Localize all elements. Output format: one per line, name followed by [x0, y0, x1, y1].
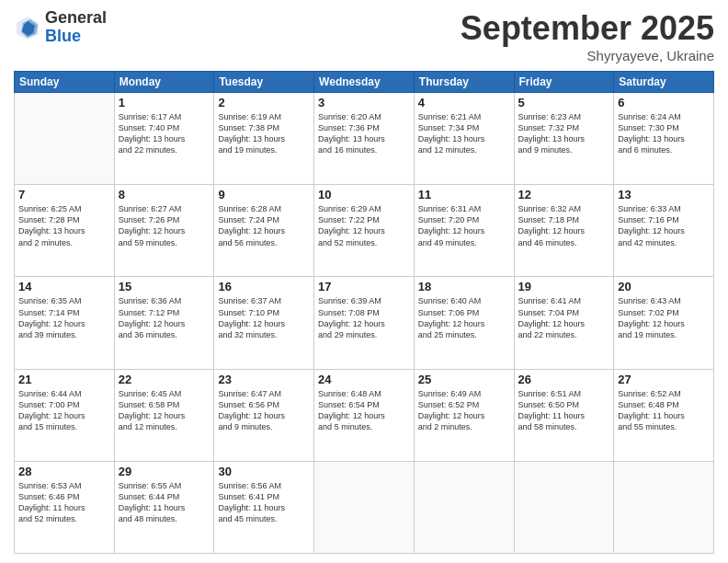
title-block: September 2025 Shyryayeve, Ukraine — [461, 9, 714, 63]
table-row: 3Sunrise: 6:20 AM Sunset: 7:36 PM Daylig… — [314, 93, 415, 185]
table-row: 8Sunrise: 6:27 AM Sunset: 7:26 PM Daylig… — [114, 185, 214, 277]
table-row: 4Sunrise: 6:21 AM Sunset: 7:34 PM Daylig… — [414, 93, 514, 185]
day-number: 17 — [318, 280, 410, 293]
table-row: 12Sunrise: 6:32 AM Sunset: 7:18 PM Dayli… — [514, 185, 614, 277]
day-info: Sunrise: 6:19 AM Sunset: 7:38 PM Dayligh… — [218, 111, 310, 156]
day-number: 9 — [218, 188, 310, 201]
month-title: September 2025 — [461, 9, 714, 48]
table-row: 1Sunrise: 6:17 AM Sunset: 7:40 PM Daylig… — [114, 93, 214, 185]
logo-icon — [14, 14, 41, 41]
table-row — [15, 93, 115, 185]
table-row — [614, 461, 714, 553]
table-row: 23Sunrise: 6:47 AM Sunset: 6:56 PM Dayli… — [214, 369, 314, 461]
calendar-week-row: 14Sunrise: 6:35 AM Sunset: 7:14 PM Dayli… — [15, 277, 714, 369]
table-row: 17Sunrise: 6:39 AM Sunset: 7:08 PM Dayli… — [314, 277, 415, 369]
col-wednesday: Wednesday — [314, 72, 415, 93]
day-info: Sunrise: 6:53 AM Sunset: 6:46 PM Dayligh… — [18, 480, 110, 525]
calendar-header-row: Sunday Monday Tuesday Wednesday Thursday… — [15, 72, 714, 93]
day-number: 12 — [518, 188, 610, 201]
table-row: 30Sunrise: 6:56 AM Sunset: 6:41 PM Dayli… — [214, 461, 314, 553]
day-number: 4 — [418, 96, 510, 109]
day-info: Sunrise: 6:41 AM Sunset: 7:04 PM Dayligh… — [518, 295, 610, 340]
day-info: Sunrise: 6:56 AM Sunset: 6:41 PM Dayligh… — [218, 480, 310, 525]
day-number: 21 — [18, 373, 110, 386]
day-number: 30 — [218, 465, 310, 478]
location: Shyryayeve, Ukraine — [461, 48, 714, 63]
day-number: 3 — [318, 96, 410, 109]
table-row: 29Sunrise: 6:55 AM Sunset: 6:44 PM Dayli… — [114, 461, 214, 553]
calendar-week-row: 21Sunrise: 6:44 AM Sunset: 7:00 PM Dayli… — [15, 369, 714, 461]
day-number: 24 — [318, 373, 410, 386]
day-info: Sunrise: 6:43 AM Sunset: 7:02 PM Dayligh… — [618, 295, 710, 340]
calendar-week-row: 1Sunrise: 6:17 AM Sunset: 7:40 PM Daylig… — [15, 93, 714, 185]
day-number: 15 — [119, 280, 210, 293]
day-number: 1 — [119, 96, 210, 109]
col-thursday: Thursday — [414, 72, 514, 93]
day-info: Sunrise: 6:27 AM Sunset: 7:26 PM Dayligh… — [119, 203, 210, 248]
logo-general-text: General — [45, 9, 107, 28]
day-info: Sunrise: 6:44 AM Sunset: 7:00 PM Dayligh… — [18, 388, 110, 433]
table-row: 20Sunrise: 6:43 AM Sunset: 7:02 PM Dayli… — [614, 277, 714, 369]
logo-text: General Blue — [45, 9, 107, 46]
day-info: Sunrise: 6:29 AM Sunset: 7:22 PM Dayligh… — [318, 203, 410, 248]
day-number: 23 — [218, 373, 310, 386]
col-sunday: Sunday — [15, 72, 115, 93]
table-row: 25Sunrise: 6:49 AM Sunset: 6:52 PM Dayli… — [414, 369, 514, 461]
day-info: Sunrise: 6:25 AM Sunset: 7:28 PM Dayligh… — [18, 203, 110, 248]
day-number: 2 — [218, 96, 310, 109]
table-row: 24Sunrise: 6:48 AM Sunset: 6:54 PM Dayli… — [314, 369, 415, 461]
day-info: Sunrise: 6:32 AM Sunset: 7:18 PM Dayligh… — [518, 203, 610, 248]
table-row: 28Sunrise: 6:53 AM Sunset: 6:46 PM Dayli… — [15, 461, 115, 553]
table-row — [314, 461, 415, 553]
col-saturday: Saturday — [614, 72, 714, 93]
header: General Blue September 2025 Shyryayeve, … — [14, 9, 714, 63]
day-info: Sunrise: 6:39 AM Sunset: 7:08 PM Dayligh… — [318, 295, 410, 340]
day-info: Sunrise: 6:48 AM Sunset: 6:54 PM Dayligh… — [318, 388, 410, 433]
day-info: Sunrise: 6:20 AM Sunset: 7:36 PM Dayligh… — [318, 111, 410, 156]
day-number: 5 — [518, 96, 610, 109]
calendar-week-row: 7Sunrise: 6:25 AM Sunset: 7:28 PM Daylig… — [15, 185, 714, 277]
calendar-table: Sunday Monday Tuesday Wednesday Thursday… — [14, 71, 714, 554]
table-row: 7Sunrise: 6:25 AM Sunset: 7:28 PM Daylig… — [15, 185, 115, 277]
day-number: 13 — [618, 188, 710, 201]
day-info: Sunrise: 6:51 AM Sunset: 6:50 PM Dayligh… — [518, 388, 610, 433]
day-info: Sunrise: 6:17 AM Sunset: 7:40 PM Dayligh… — [119, 111, 210, 156]
calendar-week-row: 28Sunrise: 6:53 AM Sunset: 6:46 PM Dayli… — [15, 461, 714, 553]
day-info: Sunrise: 6:33 AM Sunset: 7:16 PM Dayligh… — [618, 203, 710, 248]
col-friday: Friday — [514, 72, 614, 93]
day-info: Sunrise: 6:52 AM Sunset: 6:48 PM Dayligh… — [618, 388, 710, 433]
logo: General Blue — [14, 9, 107, 46]
day-number: 26 — [518, 373, 610, 386]
day-info: Sunrise: 6:23 AM Sunset: 7:32 PM Dayligh… — [518, 111, 610, 156]
page: General Blue September 2025 Shyryayeve, … — [0, 0, 728, 563]
day-number: 14 — [18, 280, 110, 293]
table-row: 5Sunrise: 6:23 AM Sunset: 7:32 PM Daylig… — [514, 93, 614, 185]
day-info: Sunrise: 6:21 AM Sunset: 7:34 PM Dayligh… — [418, 111, 510, 156]
day-number: 29 — [119, 465, 210, 478]
day-info: Sunrise: 6:36 AM Sunset: 7:12 PM Dayligh… — [119, 295, 210, 340]
col-monday: Monday — [114, 72, 214, 93]
table-row: 19Sunrise: 6:41 AM Sunset: 7:04 PM Dayli… — [514, 277, 614, 369]
day-info: Sunrise: 6:47 AM Sunset: 6:56 PM Dayligh… — [218, 388, 310, 433]
day-info: Sunrise: 6:55 AM Sunset: 6:44 PM Dayligh… — [119, 480, 210, 525]
day-number: 27 — [618, 373, 710, 386]
day-number: 20 — [618, 280, 710, 293]
day-number: 11 — [418, 188, 510, 201]
day-info: Sunrise: 6:37 AM Sunset: 7:10 PM Dayligh… — [218, 295, 310, 340]
day-number: 8 — [119, 188, 210, 201]
table-row: 13Sunrise: 6:33 AM Sunset: 7:16 PM Dayli… — [614, 185, 714, 277]
table-row: 11Sunrise: 6:31 AM Sunset: 7:20 PM Dayli… — [414, 185, 514, 277]
table-row: 27Sunrise: 6:52 AM Sunset: 6:48 PM Dayli… — [614, 369, 714, 461]
table-row: 10Sunrise: 6:29 AM Sunset: 7:22 PM Dayli… — [314, 185, 415, 277]
table-row: 18Sunrise: 6:40 AM Sunset: 7:06 PM Dayli… — [414, 277, 514, 369]
table-row: 21Sunrise: 6:44 AM Sunset: 7:00 PM Dayli… — [15, 369, 115, 461]
table-row: 14Sunrise: 6:35 AM Sunset: 7:14 PM Dayli… — [15, 277, 115, 369]
day-number: 7 — [18, 188, 110, 201]
table-row: 22Sunrise: 6:45 AM Sunset: 6:58 PM Dayli… — [114, 369, 214, 461]
day-number: 18 — [418, 280, 510, 293]
day-info: Sunrise: 6:40 AM Sunset: 7:06 PM Dayligh… — [418, 295, 510, 340]
table-row: 26Sunrise: 6:51 AM Sunset: 6:50 PM Dayli… — [514, 369, 614, 461]
logo-blue-text: Blue — [45, 28, 107, 46]
day-number: 22 — [119, 373, 210, 386]
table-row — [514, 461, 614, 553]
